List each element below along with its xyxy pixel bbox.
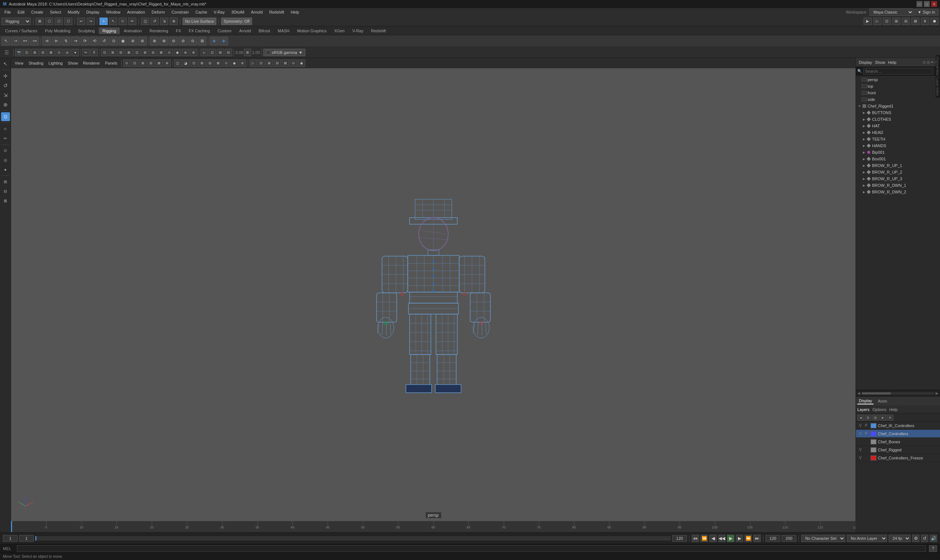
shelf-joint[interactable]: ⊸ (11, 37, 20, 46)
menu-3dtoall[interactable]: 3DtoAll (228, 9, 247, 15)
outliner-item-box001[interactable]: ▶ Box001 (856, 155, 940, 162)
minimize-button[interactable]: ─ (917, 1, 922, 7)
cb-tb-3[interactable]: ◎ (872, 415, 879, 420)
range-end-max[interactable] (782, 535, 796, 542)
tool-misc-1[interactable]: ⊞ (1, 177, 10, 186)
vp-tb-18[interactable]: ⊞ (265, 60, 273, 67)
playback-range-bar[interactable] (35, 536, 671, 540)
vt-render-3[interactable]: ⊞ (217, 49, 224, 56)
tb-lasso[interactable]: ⊂ (119, 18, 127, 25)
dh-display[interactable]: Display (859, 60, 872, 65)
shelf-select[interactable]: ↖ (2, 37, 10, 46)
sign-in-button[interactable]: ▼ Sign In (914, 9, 938, 15)
expand-brow-r-dwn-2[interactable]: ▶ (862, 190, 866, 194)
shelf-constraint-2[interactable]: ⊗ (159, 37, 168, 46)
range-end-input[interactable] (672, 535, 687, 542)
outliner-item-top[interactable]: top (856, 83, 940, 89)
render-btn-3[interactable]: ⊡ (883, 18, 891, 25)
outliner-item-side[interactable]: side (856, 96, 940, 103)
vp-tb-16[interactable]: ▷ (249, 60, 257, 67)
fps-dropdown[interactable]: 24 fps (889, 535, 911, 542)
layer-p-1[interactable]: P (863, 423, 869, 428)
tb-redo[interactable]: ↪ (87, 18, 95, 25)
outliner-item-hands[interactable]: ▶ HANDS (856, 142, 940, 149)
viewport-area[interactable]: View Shading Lighting Show Renderer Pane… (11, 58, 855, 521)
start-frame-input[interactable] (19, 535, 34, 542)
maximize-button[interactable]: □ (924, 1, 930, 7)
layer-p-2[interactable]: P (863, 432, 869, 435)
tool-universal[interactable]: ⊕ (1, 100, 10, 109)
tab-sculpting[interactable]: Sculpting (74, 28, 99, 34)
layer-chef-ik-controllers[interactable]: V P Chef_IK_Controllers (856, 422, 940, 430)
layer-chef-rigged[interactable]: V Chef_Rigged (856, 446, 940, 454)
tool-translate[interactable]: ✛ (1, 72, 10, 80)
vp-tb-7[interactable]: ◫ (174, 60, 181, 67)
tab-mash[interactable]: MASH (274, 28, 293, 34)
render-btn-7[interactable]: ⏸ (921, 18, 929, 25)
vp-tb-21[interactable]: ⊙ (290, 60, 297, 67)
menu-vray[interactable]: V-Ray (211, 9, 228, 15)
tool-scale[interactable]: ⇲ (1, 91, 10, 100)
outliner-item-brow-r-up-2[interactable]: ▶ BROW_R_UP_2 (856, 169, 940, 175)
tool-rotate[interactable]: ↺ (1, 81, 10, 90)
anim-layer-dropdown[interactable]: No Anim Layer (847, 535, 887, 542)
gamma-dropdown-arrow[interactable]: ▼ (299, 50, 303, 55)
vt-view-12[interactable]: ⊛ (190, 49, 197, 56)
outliner-item-brow-r-up-1[interactable]: ▶ BROW_R_UP_1 (856, 162, 940, 169)
expand-teeth[interactable]: ▶ (862, 137, 866, 141)
workspace-dropdown[interactable]: Maya Classic (869, 8, 914, 16)
tab-xgen[interactable]: XGen (330, 28, 348, 34)
viewport-content[interactable] (11, 68, 855, 521)
tab-redshift[interactable]: Redshift (367, 28, 389, 34)
shelf-ik[interactable]: ⊷ (20, 37, 29, 46)
vt-view-6[interactable]: ⊞ (141, 49, 149, 56)
expand-persp[interactable] (857, 77, 862, 82)
tb-icon-4[interactable]: ⬡ (64, 18, 73, 25)
shelf-skin-2[interactable]: ⊳ (52, 37, 60, 46)
shelf-ik2[interactable]: ⊶ (30, 37, 39, 46)
expand-front[interactable] (857, 91, 862, 95)
vt-frame-icon[interactable]: ⊞ (244, 49, 251, 56)
module-dropdown[interactable]: Rigging (2, 18, 31, 25)
menu-deform[interactable]: Deform (149, 9, 168, 15)
expand-chef-rigged1[interactable]: ▼ (857, 104, 862, 108)
vt-snap-3[interactable]: ◎ (63, 49, 71, 56)
tool-lasso[interactable]: ⊂ (1, 125, 10, 133)
menu-constrain[interactable]: Constrain (168, 9, 192, 15)
render-btn-6[interactable]: ⊠ (911, 18, 920, 25)
vp-menu-panels[interactable]: Panels (103, 60, 120, 66)
vt-view-7[interactable]: ⊟ (150, 49, 157, 56)
shelf-plus[interactable]: + (210, 37, 219, 46)
outliner-item-persp[interactable]: persp (856, 76, 940, 83)
tab-poly-modeling[interactable]: Poly Modeling (41, 28, 74, 34)
layer-v-1[interactable]: V (857, 423, 863, 428)
dh-help[interactable]: Help (888, 60, 897, 65)
vp-tb-4[interactable]: ⊟ (147, 60, 154, 67)
vp-tb-1[interactable]: ⊙ (123, 60, 130, 67)
menu-help[interactable]: Help (288, 9, 302, 15)
vt-snap-1[interactable]: ⊠ (47, 49, 55, 56)
expand-top[interactable] (857, 84, 862, 88)
render-btn-2[interactable]: ▷ (873, 18, 881, 25)
tb-move[interactable]: ✛ (100, 18, 108, 25)
render-btn-4[interactable]: ⊞ (892, 18, 900, 25)
expand-hands[interactable]: ▶ (862, 143, 866, 148)
menu-animation[interactable]: Animation (124, 9, 148, 15)
vp-menu-shading[interactable]: Shading (26, 60, 46, 66)
expand-box001[interactable]: ▶ (862, 157, 866, 161)
render-btn-8[interactable]: ⏹ (931, 18, 938, 25)
vt-snap-4[interactable]: ● (72, 49, 79, 56)
tool-select[interactable]: ↖ (1, 60, 10, 68)
expand-brow-r-up-3[interactable]: ▶ (862, 177, 866, 181)
expand-head[interactable]: ▶ (862, 130, 866, 135)
vp-tb-6[interactable]: ⊛ (164, 60, 171, 67)
render-btn-5[interactable]: ⊟ (902, 18, 910, 25)
outliner-item-brow-r-dwn-1[interactable]: ▶ BROW_R_DWN_1 (856, 182, 940, 189)
cb-tab-display[interactable]: Display (857, 398, 874, 405)
menu-select[interactable]: Select (47, 9, 64, 15)
vp-menu-renderer[interactable]: Renderer (81, 60, 102, 66)
tool-paint[interactable]: ✏ (1, 134, 10, 143)
tab-custom[interactable]: Custom (214, 28, 235, 34)
menu-cache[interactable]: Cache (193, 9, 210, 15)
tab-animation[interactable]: Animation (120, 28, 145, 34)
